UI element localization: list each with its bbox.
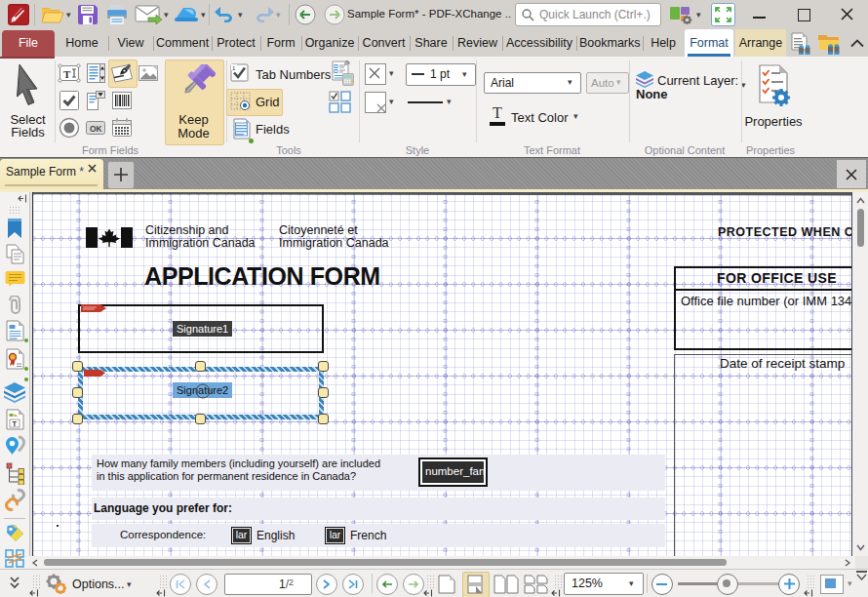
svg-text:T: T [13, 419, 18, 428]
svg-text:T: T [63, 68, 71, 80]
svg-text:OK: OK [90, 124, 103, 134]
